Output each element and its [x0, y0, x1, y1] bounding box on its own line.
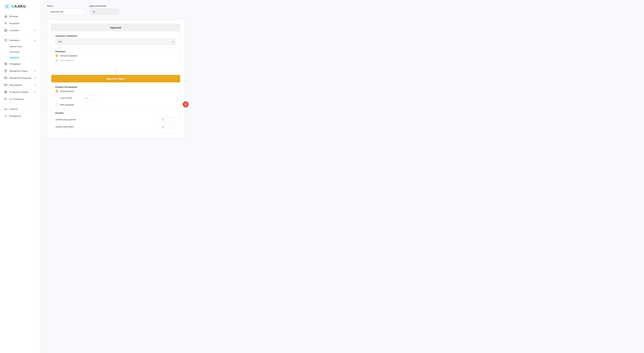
- radio-label-semua: Semua Karyawan: [60, 54, 77, 57]
- gear-icon: [4, 114, 8, 118]
- dollar-icon: [4, 62, 8, 65]
- svg-point-4: [5, 30, 6, 31]
- connector-1: [51, 68, 180, 75]
- top-fields: Nama Approval Bawaan Ya: [47, 5, 184, 15]
- radio-label-pilih: Pilih karyawan: [60, 59, 74, 62]
- sidebar-item-penggajian[interactable]: Penggajian: [0, 60, 40, 67]
- nama-input[interactable]: [47, 8, 84, 15]
- svg-point-15: [6, 98, 7, 99]
- chart-icon: [4, 107, 8, 111]
- sidebar-item-production-tracker[interactable]: Production Tracker ▼: [0, 88, 40, 95]
- sidebar-subitem-jadwal-kerja[interactable]: Jadwal Kerja: [0, 44, 40, 49]
- sidebar-subitem-timesheet[interactable]: Timesheet: [0, 49, 40, 55]
- connector-line-1: [116, 69, 116, 74]
- svg-rect-13: [6, 92, 7, 93]
- sidebar-label-approval: Approval: [10, 56, 19, 59]
- transaksi-dokumen-field: Transaksi / Dokumen Cuti ▼: [55, 35, 176, 45]
- card-divider-1: [55, 48, 176, 48]
- sidebar-divider-1: [0, 35, 40, 35]
- radio-label-sesuai: Sesuai Atasan: [60, 90, 74, 92]
- kondisi-title: Kondisi:: [55, 112, 176, 114]
- sidebar-item-manajemen-pinjaman[interactable]: Manajemen Pinjaman ▼: [0, 74, 40, 81]
- sidebar-item-karyawan[interactable]: Karyawan: [0, 20, 40, 27]
- radio-pilih-karyawan[interactable]: Pilih karyawan: [55, 59, 176, 62]
- pemberi-persetujuan-label: Pemberi Persetujuan:: [55, 86, 176, 88]
- person-icon: [4, 22, 8, 25]
- delete-step-button[interactable]: [183, 101, 189, 107]
- radio-circle-pilih-step1: [55, 103, 58, 106]
- chevron-down-icon-4: ▼: [34, 84, 36, 86]
- svg-rect-9: [4, 84, 7, 86]
- sidebar-label-pembayaran: Pembayaran: [10, 84, 32, 86]
- approval-bawaan-value: Ya: [89, 8, 120, 15]
- logo-text: GAJIKU: [12, 4, 26, 8]
- step1-card-header: Approval Step 1: [51, 75, 180, 82]
- svg-rect-8: [4, 77, 7, 79]
- svg-rect-3: [4, 30, 7, 31]
- sidebar-navigation: Beranda Karyawan Transaksi ▼: [0, 13, 40, 350]
- svg-text:G: G: [6, 5, 8, 8]
- sidebar-label-jadwal-kerja: Jadwal Kerja: [10, 45, 22, 48]
- approval-card: Approval Transaksi / Dokumen Cuti ▼: [51, 24, 180, 68]
- logo-icon: G: [4, 3, 10, 9]
- sidebar-label-transaksi: Transaksi: [10, 29, 32, 32]
- approval-bawaan-field-group: Approval Bawaan Ya: [89, 5, 120, 15]
- sidebar-item-laporan[interactable]: Laporan: [0, 105, 40, 112]
- kondisi-approve-input[interactable]: [159, 117, 176, 122]
- camera-icon: [4, 29, 8, 32]
- transaksi-select-wrapper: Cuti ▼: [55, 38, 176, 45]
- sidebar-label-pengaturan: Pengaturan: [10, 115, 36, 117]
- kondisi-reject-row: Jumlah yang reject: [55, 123, 176, 130]
- main-content-area: Nama Approval Bawaan Ya Approval Transak…: [40, 0, 644, 353]
- pemberi-persetujuan-field: Pemberi Persetujuan: Sesuai Atasan Level…: [55, 86, 176, 106]
- credit-icon: [4, 76, 8, 80]
- grid-icon: [4, 90, 8, 94]
- level-hirarki-label: Level Hirarki: [60, 97, 80, 99]
- radio-pilih-karyawan-step1[interactable]: Pilih karyawan: [55, 103, 176, 106]
- approval-card-body: Transaksi / Dokumen Cuti ▼ Pemohon:: [51, 31, 180, 68]
- svg-point-14: [5, 98, 6, 99]
- sidebar-item-cv-screening[interactable]: CV Screening: [0, 95, 40, 102]
- sidebar-item-kehadiran[interactable]: Kehadiran ▲: [0, 37, 40, 44]
- sidebar-label-laporan: Laporan: [10, 108, 36, 110]
- radio-sesuai-atasan[interactable]: Sesuai Atasan: [55, 90, 176, 93]
- kondisi-reject-input[interactable]: [159, 124, 176, 129]
- svg-rect-10: [4, 91, 5, 92]
- sidebar-item-beranda[interactable]: Beranda: [0, 13, 40, 20]
- step1-wrapper: Approval Step 1 Pemberi Persetujuan: Ses…: [51, 75, 180, 134]
- sidebar-label-beranda: Beranda: [10, 15, 36, 17]
- radio-circle-semua: [55, 54, 58, 57]
- home-icon: [4, 14, 8, 18]
- sidebar-label-penggajian: Penggajian: [10, 63, 36, 65]
- payment-icon: [4, 83, 8, 87]
- approval-flow-container: Approval Transaksi / Dokumen Cuti ▼: [47, 19, 184, 138]
- trash-icon: [184, 103, 187, 105]
- sidebar-label-production-tracker: Production Tracker: [10, 91, 32, 93]
- nama-field-group: Nama: [47, 5, 84, 15]
- radio-label-pilih-step1: Pilih karyawan: [60, 103, 74, 106]
- svg-point-2: [5, 22, 6, 23]
- sidebar-label-karyawan: Karyawan: [10, 22, 36, 25]
- level-hirarki-input[interactable]: [83, 95, 100, 100]
- sidebar-label-manajemen-pinjaman: Manajemen Pinjaman: [10, 77, 32, 79]
- sidebar-item-pengaturan[interactable]: Pengaturan: [0, 112, 40, 119]
- transaksi-dokumen-label: Transaksi / Dokumen: [55, 35, 176, 37]
- pemohon-radio-group: Semua Karyawan Pilih karyawan: [55, 54, 176, 62]
- chevron-up-icon: ▲: [34, 39, 36, 41]
- svg-rect-11: [6, 91, 7, 92]
- transaksi-select[interactable]: Cuti: [55, 38, 176, 45]
- step1-divider: [55, 109, 176, 109]
- people-icon: [4, 97, 8, 101]
- approval-card-header: Approval: [51, 24, 180, 31]
- pemohon-label: Pemohon:: [55, 50, 176, 53]
- approval-bawaan-label: Approval Bawaan: [89, 5, 120, 7]
- sidebar-label-kehadiran: Kehadiran: [10, 39, 32, 41]
- sidebar-item-manajemen-biaya[interactable]: Manajemen Biaya ▼: [0, 67, 40, 74]
- sidebar-item-pembayaran[interactable]: Pembayaran ▼: [0, 81, 40, 88]
- step1-card: Approval Step 1 Pemberi Persetujuan: Ses…: [51, 75, 180, 134]
- receipt-icon: [4, 69, 8, 72]
- sidebar-subitem-approval[interactable]: Approval: [0, 55, 40, 60]
- radio-semua-karyawan[interactable]: Semua Karyawan: [55, 54, 176, 57]
- sidebar-item-transaksi[interactable]: Transaksi ▼: [0, 27, 40, 34]
- pemohon-field: Pemohon: Semua Karyawan Pilih karyawan: [55, 50, 176, 62]
